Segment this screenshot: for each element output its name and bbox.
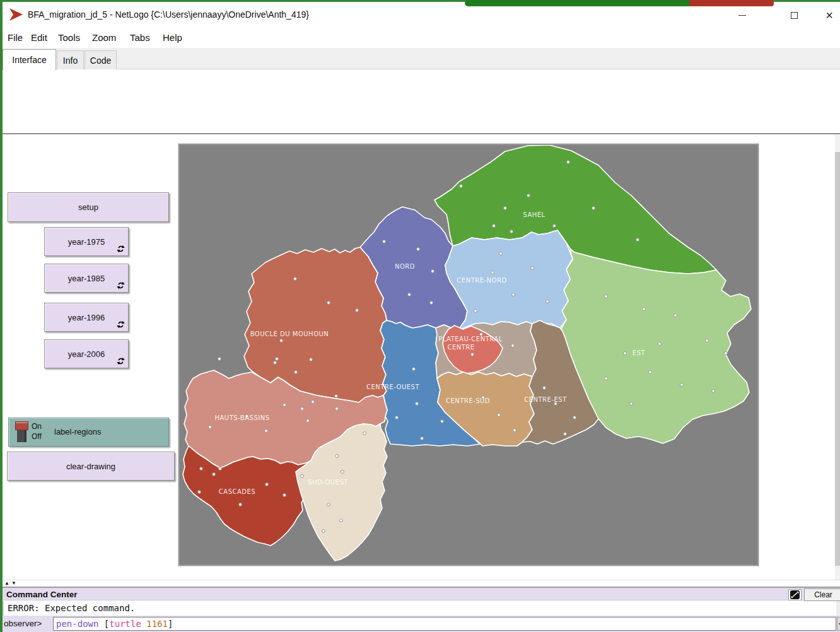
city-dot	[408, 293, 411, 296]
city-dot	[200, 467, 203, 471]
command-token: ]	[168, 619, 173, 629]
tab-interface[interactable]: Interface	[3, 49, 56, 70]
city-dot	[592, 207, 595, 210]
world-view-frame: SAHELESTNORDCENTRE-NORDBOUCLE DU MOUHOUN…	[178, 144, 759, 566]
city-dot	[474, 310, 477, 313]
maximize-button[interactable]	[783, 6, 805, 25]
clear-drawing-button[interactable]: clear-drawing	[7, 452, 175, 481]
city-dot	[340, 519, 343, 522]
city-dot	[218, 358, 221, 361]
region-label-cascades: CASCADES	[219, 488, 255, 495]
city-dot	[213, 473, 216, 476]
label-regions-label: label-regions	[54, 427, 101, 436]
year-1975-button[interactable]: year-1975	[44, 227, 129, 256]
forever-icon	[117, 245, 125, 253]
splitter-arrows-icon[interactable]: ▲▼	[4, 580, 18, 587]
city-dot	[460, 185, 463, 188]
region-label-centre-sud: CENTRE-SUD	[446, 397, 490, 404]
city-dot	[430, 301, 433, 305]
city-dot	[335, 407, 339, 411]
switch-on-label: On	[32, 422, 42, 431]
city-dot	[417, 248, 420, 251]
forever-icon	[117, 281, 125, 290]
city-dot	[564, 433, 567, 436]
city-dot	[680, 383, 684, 387]
command-token: turtle	[109, 619, 141, 629]
menu-item-help[interactable]: Help	[163, 32, 182, 43]
interface-toolbar: ✎ Edit Delete Add abc Button normal spee…	[3, 69, 840, 134]
observer-prompt[interactable]: observer>	[4, 619, 42, 628]
close-icon: ×	[825, 9, 833, 21]
city-dot	[310, 358, 313, 361]
city-dot	[265, 483, 269, 486]
clear-button[interactable]: Clear	[804, 588, 840, 601]
setup-label: setup	[78, 202, 98, 212]
minimize-button[interactable]	[732, 6, 753, 25]
menu-item-file[interactable]: File	[8, 32, 23, 43]
command-center-title: Command Center	[6, 590, 78, 599]
city-dot	[283, 494, 286, 497]
tab-code[interactable]: Code	[85, 50, 117, 69]
region-label-hauts-bassins: HAUTS-BASSINS	[214, 414, 269, 421]
menu-item-tools[interactable]: Tools	[58, 32, 80, 43]
city-dot	[327, 301, 330, 305]
command-token: 1161	[141, 619, 168, 629]
menu-item-edit[interactable]: Edit	[31, 32, 47, 43]
city-dot	[239, 503, 242, 506]
city-dot	[327, 503, 330, 506]
city-dot	[301, 407, 304, 411]
screenshare-border-left	[0, 0, 3, 632]
command-input[interactable]: pen-down [turtle 1161]	[53, 617, 836, 631]
history-button[interactable]: ▾	[837, 617, 840, 631]
city-dot	[341, 471, 344, 474]
city-dot	[276, 358, 279, 361]
city-dot	[335, 455, 339, 458]
switch-handle[interactable]	[15, 421, 28, 430]
expand-command-center-button[interactable]	[788, 589, 802, 600]
city-dot	[219, 467, 222, 471]
region-label-centre-ouest: CENTRE-OUEST	[366, 383, 419, 390]
year-1975-label: year-1975	[68, 237, 105, 247]
city-dot	[510, 230, 513, 233]
city-dot	[531, 267, 534, 270]
city-dot	[431, 270, 435, 273]
city-dot	[511, 344, 515, 348]
year-1996-button[interactable]: year-1996	[44, 303, 129, 332]
region-boucle-du-mouhoun	[244, 247, 387, 402]
city-dot	[712, 390, 715, 393]
city-dot	[605, 377, 608, 380]
world-view[interactable]: SAHELESTNORDCENTRE-NORDBOUCLE DU MOUHOUN…	[180, 145, 757, 565]
command-token: pen-down	[56, 619, 98, 629]
forever-icon	[117, 357, 125, 365]
city-dot	[198, 491, 201, 494]
year-1985-label: year-1985	[68, 274, 105, 283]
region-label-centre: CENTRE	[447, 344, 474, 351]
year-1985-button[interactable]: year-1985	[44, 264, 129, 293]
city-dot	[395, 416, 399, 419]
city-dot	[471, 353, 474, 356]
city-dot	[412, 368, 416, 371]
city-dot	[295, 371, 298, 374]
city-dot	[546, 300, 549, 303]
label-regions-switch[interactable]: On Off label-regions	[8, 418, 169, 447]
city-dot	[706, 339, 709, 342]
city-dot	[312, 401, 315, 404]
vertical-scrollbar-thumb[interactable]	[835, 152, 840, 566]
menu-item-zoom[interactable]: Zoom	[92, 32, 116, 43]
tab-info[interactable]: Info	[57, 50, 84, 69]
netlogo-window: BFA_migration_jd_5 - NetLogo {C:\Users\j…	[0, 0, 840, 632]
setup-button[interactable]: setup	[8, 192, 169, 222]
city-dot	[658, 342, 662, 346]
output-scrollbar[interactable]	[836, 601, 840, 616]
region-label-est: EST	[633, 349, 646, 356]
city-dot	[649, 371, 652, 374]
vertical-scrollbar[interactable]	[835, 134, 840, 580]
command-center-splitter[interactable]: ▲▼	[3, 580, 840, 587]
city-dot	[499, 252, 503, 255]
close-button[interactable]: ×	[819, 6, 840, 25]
region-label-plateau-central: PLATEAU-CENTRAL	[438, 336, 502, 342]
city-dot	[356, 309, 359, 312]
switch-off-label: Off	[32, 432, 42, 441]
menu-item-tabs[interactable]: Tabs	[130, 32, 150, 43]
year-2006-button[interactable]: year-2006	[44, 339, 129, 368]
